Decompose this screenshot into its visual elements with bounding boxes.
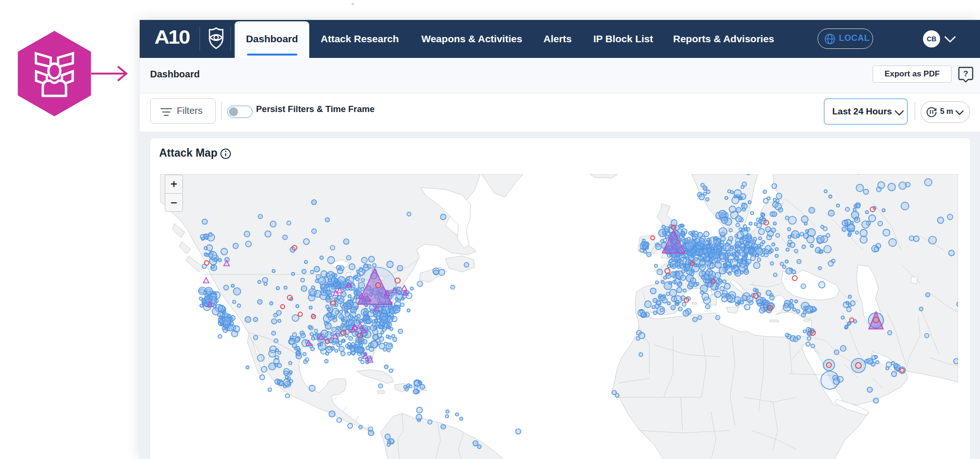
svg-text:?: ? (963, 69, 968, 78)
